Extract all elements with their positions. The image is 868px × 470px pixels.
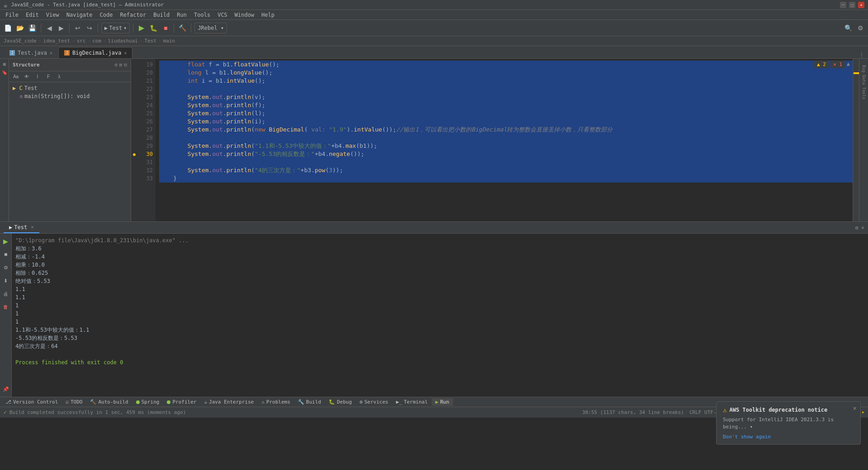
run-settings-icon[interactable]: ⚙ bbox=[1, 262, 11, 273]
menu-edit[interactable]: Edit bbox=[22, 11, 42, 19]
expand-warnings-icon[interactable]: ▲ bbox=[847, 61, 850, 68]
toolbar-separator-6 bbox=[191, 24, 191, 33]
todo-button[interactable]: ☑ TODO bbox=[62, 398, 86, 406]
menu-help[interactable]: Help bbox=[258, 11, 278, 19]
java-icon: J bbox=[9, 50, 15, 56]
new-file-button[interactable]: 📄 bbox=[3, 22, 13, 34]
clear-button[interactable]: 🗑 bbox=[1, 301, 11, 313]
breadcrumb-method[interactable]: main bbox=[163, 38, 175, 44]
search-everywhere-button[interactable]: 🔍 bbox=[843, 22, 854, 34]
run-tab[interactable]: ▶ Test × bbox=[4, 222, 39, 233]
debug-tab-button[interactable]: 🐛 Debug bbox=[325, 398, 355, 406]
back-button[interactable]: ◀ bbox=[44, 22, 54, 34]
run-button[interactable]: ▶ bbox=[137, 22, 146, 34]
panel-close-icon[interactable]: × bbox=[861, 225, 864, 231]
maximize-button[interactable]: □ bbox=[849, 2, 855, 8]
build-tab-button[interactable]: 🔧 Build bbox=[294, 398, 325, 406]
title-text: JavaSE_code - Test.java [idea_test] – Ad… bbox=[11, 2, 164, 8]
cursor-position[interactable]: 30:55 (1137 chars, 34 line breaks) bbox=[582, 409, 684, 415]
jrebel-selector[interactable]: JRebel ▾ bbox=[194, 23, 227, 33]
tree-root-class[interactable]: ▶ C Test bbox=[11, 84, 129, 92]
notification-close-button[interactable]: × bbox=[853, 404, 857, 412]
undo-button[interactable]: ↩ bbox=[73, 22, 83, 34]
menu-refactor[interactable]: Refactor bbox=[116, 11, 150, 19]
inherited-button[interactable]: I bbox=[33, 73, 42, 81]
sort-alpha-button[interactable]: Aa bbox=[11, 73, 21, 81]
breadcrumb-src[interactable]: src bbox=[77, 38, 86, 44]
close-run-tab[interactable]: × bbox=[31, 224, 34, 230]
close-bigdecimal-tab[interactable]: × bbox=[124, 51, 127, 56]
problems-button[interactable]: ⚠ Problems bbox=[258, 398, 294, 406]
menu-navigate[interactable]: Navigate bbox=[63, 11, 96, 19]
file-tabs: J Test.java × J BigDecimal.java × ⋮ bbox=[0, 46, 868, 59]
forward-button[interactable]: ▶ bbox=[56, 22, 66, 34]
menu-window[interactable]: Window bbox=[231, 11, 258, 19]
sidebar-structure-icon[interactable]: ≡ bbox=[1, 61, 8, 68]
fields-button[interactable]: F bbox=[43, 73, 53, 81]
print-button[interactable]: 🖨 bbox=[1, 288, 11, 300]
code-editor[interactable]: ▲ 2 ✕ 1 ▲ ● bbox=[131, 59, 859, 221]
services-button[interactable]: ⚙ Services bbox=[356, 398, 392, 406]
menu-build[interactable]: Build bbox=[150, 11, 173, 19]
title-bar: ☕ JavaSE_code - Test.java [idea_test] – … bbox=[0, 0, 868, 10]
rerun-button[interactable]: ▶ bbox=[1, 235, 11, 247]
minimize-button[interactable]: ─ bbox=[840, 2, 846, 8]
profiler-button[interactable]: Profiler bbox=[163, 398, 200, 406]
file-tab-test[interactable]: J Test.java × bbox=[4, 47, 58, 58]
stop-button[interactable]: ■ bbox=[160, 22, 170, 34]
status-left: ✓ Build completed successfully in 1 sec,… bbox=[4, 409, 186, 415]
vcs-button[interactable]: ⎇ Version Control bbox=[2, 398, 61, 406]
output-line-4: 相除：0.625 bbox=[15, 269, 864, 277]
recent-files-button[interactable]: ⋮ bbox=[859, 52, 864, 58]
structure-collapse-icon[interactable]: ⊟ bbox=[124, 62, 127, 68]
breadcrumb-class[interactable]: Test bbox=[145, 38, 157, 44]
code-text-area[interactable]: float f = b1.floatValue(); long l = b1.l… bbox=[156, 59, 859, 221]
build-label: Build bbox=[306, 399, 321, 405]
close-button[interactable]: ✕ bbox=[858, 2, 864, 8]
save-button[interactable]: 💾 bbox=[27, 22, 38, 34]
sidebar-bookmarks-icon[interactable]: 🔖 bbox=[1, 69, 8, 76]
sort-visibility-button[interactable]: 👁 bbox=[22, 73, 32, 81]
debug-button[interactable]: 🐛 bbox=[148, 22, 159, 34]
anon-button[interactable]: λ bbox=[54, 73, 64, 81]
gutter-30: ● bbox=[131, 150, 137, 158]
menu-run[interactable]: Run bbox=[173, 11, 190, 19]
terminal-button[interactable]: ▶_ Terminal bbox=[392, 398, 431, 406]
scroll-end-button[interactable]: ⬇ bbox=[1, 275, 11, 287]
dont-show-again-link[interactable]: Don't show again bbox=[723, 434, 771, 440]
run-tab-button[interactable]: ▶ Run bbox=[432, 398, 453, 406]
run-stop-button[interactable]: ■ bbox=[1, 249, 11, 260]
run-tab-label: Test bbox=[14, 224, 27, 230]
file-tab-bigdecimal[interactable]: J BigDecimal.java × bbox=[58, 47, 132, 58]
java-enterprise-button[interactable]: ☕ Java Enterprise bbox=[200, 398, 257, 406]
panel-settings-icon[interactable]: ⚙ bbox=[855, 225, 859, 231]
terminal-icon: ▶_ bbox=[396, 399, 402, 405]
breadcrumb-project[interactable]: JavaSE_code bbox=[4, 38, 37, 44]
left-sidebar: ≡ 🔖 bbox=[0, 59, 9, 221]
run-config-selector[interactable]: ▶ Test ▾ bbox=[101, 23, 130, 33]
pin-button[interactable]: 📌 bbox=[1, 383, 11, 395]
output-line-empty bbox=[15, 350, 864, 358]
breadcrumb-package[interactable]: liudashuai bbox=[108, 38, 138, 44]
menu-view[interactable]: View bbox=[42, 11, 63, 19]
structure-settings-icon[interactable]: ⚙ bbox=[114, 62, 118, 68]
close-test-tab[interactable]: × bbox=[50, 51, 52, 56]
menu-code[interactable]: Code bbox=[96, 11, 117, 19]
settings-button[interactable]: ⚙ bbox=[855, 22, 865, 34]
menu-tools[interactable]: Tools bbox=[190, 11, 214, 19]
run-icon: ▶ bbox=[435, 399, 439, 405]
code-line-22 bbox=[159, 85, 855, 93]
spring-button[interactable]: Spring bbox=[132, 398, 163, 406]
menu-vcs[interactable]: VCS bbox=[214, 11, 231, 19]
breadcrumb-module[interactable]: idea_test bbox=[43, 38, 70, 44]
auto-build-button[interactable]: 🔨 Auto-build bbox=[86, 398, 132, 406]
gutter-31 bbox=[131, 158, 137, 166]
redo-button[interactable]: ↪ bbox=[85, 22, 94, 34]
structure-expand-icon[interactable]: ⊞ bbox=[119, 62, 123, 68]
big-data-tools-label[interactable]: Big Data Tools bbox=[862, 61, 866, 99]
tree-method-main[interactable]: m main(String[]): void bbox=[18, 92, 129, 100]
open-button[interactable]: 📂 bbox=[15, 22, 25, 34]
build-button[interactable]: 🔨 bbox=[177, 22, 188, 34]
breadcrumb-com[interactable]: com bbox=[92, 38, 101, 44]
menu-file[interactable]: File bbox=[2, 11, 22, 19]
